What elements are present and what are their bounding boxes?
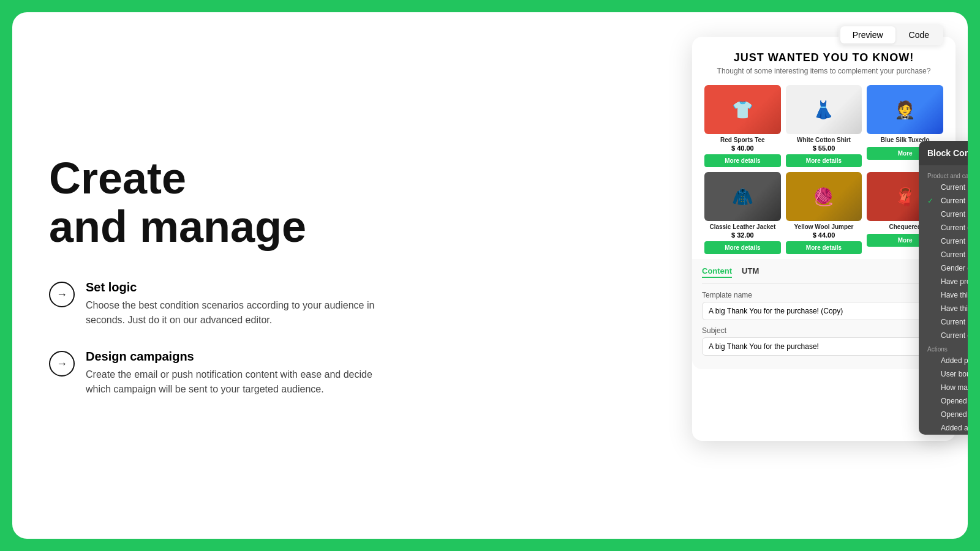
email-header: JUST WANTED YOU TO KNOW! Thought of some… bbox=[704, 51, 943, 75]
template-name-label: Template name bbox=[702, 291, 946, 299]
bc-item-how-many-times-purchased-during-selected-period[interactable]: How many times purchased during the sele… bbox=[919, 381, 968, 394]
product-card-red-sports-tee: 👕 Red Sports Tee $ 40.00 More details bbox=[704, 85, 781, 167]
design-campaigns-icon: → bbox=[49, 351, 75, 377]
product-price-classic-leather-jacket: $ 32.00 bbox=[731, 231, 754, 239]
tab-content[interactable]: Content bbox=[702, 266, 732, 278]
product-image-white-cotton-shirt: 👗 bbox=[786, 85, 862, 134]
email-bottom-form: Content UTM Template name Subject bbox=[692, 259, 956, 369]
left-panel: Create and manage → Set logic Choose the… bbox=[12, 12, 429, 539]
block-condition-title: Block Condition bbox=[927, 148, 968, 158]
product-name-white-cotton-shirt: White Cotton Shirt bbox=[797, 137, 851, 143]
product-name-classic-leather-jacket: Classic Leather Jacket bbox=[709, 223, 775, 230]
email-content: JUST WANTED YOU TO KNOW! Thought of some… bbox=[692, 37, 956, 254]
bc-item-added-a-product-from-categories-to-the-cart[interactable]: Added a product from categories to the c… bbox=[919, 421, 968, 435]
bc-item-current-product-already-in-cart[interactable]: ✓Current product already in the cart? bbox=[919, 194, 968, 208]
bottom-tabs: Content UTM bbox=[702, 266, 946, 283]
feature-list: → Set logic Choose the best condition sc… bbox=[49, 280, 392, 397]
design-campaigns-desc: Create the email or push notification co… bbox=[86, 367, 380, 397]
bc-item-current-product-id[interactable]: Current product ID bbox=[919, 208, 968, 221]
bc-item-user-bought-something-within-the-period[interactable]: User bought something within the period … bbox=[919, 367, 968, 381]
btn-more-details-classic-leather-jacket[interactable]: More details bbox=[704, 241, 781, 254]
set-logic-title: Set logic bbox=[86, 280, 380, 294]
product-image-red-sports-tee: 👕 bbox=[704, 85, 781, 134]
product-price-yellow-wool-jumper: $ 44.00 bbox=[813, 231, 835, 239]
feature-item-design-campaigns: → Design campaigns Create the email or p… bbox=[49, 350, 392, 397]
template-name-field: Template name bbox=[702, 291, 946, 320]
product-grid-row1: 👕 Red Sports Tee $ 40.00 More details 👗 … bbox=[704, 85, 943, 167]
bc-item-opened-a-product-out-of-stock[interactable]: Opened a product "out of stock" bbox=[919, 394, 968, 408]
product-card-yellow-wool-jumper: 🧶 Yellow Wool Jumper $ 44.00 More detail… bbox=[786, 172, 862, 254]
design-campaigns-title: Design campaigns bbox=[86, 350, 380, 364]
product-image-classic-leather-jacket: 🧥 bbox=[704, 172, 781, 221]
bc-item-current-cost-of-items-in-the-cart[interactable]: Current cost of items in the cart bbox=[919, 329, 968, 342]
product-name-chequered: Chequered bbox=[889, 223, 921, 230]
subject-label: Subject bbox=[702, 326, 946, 335]
bc-item-current-product-is-available[interactable]: Current product is available bbox=[919, 248, 968, 261]
set-logic-icon: → bbox=[49, 282, 75, 307]
bc-section-product-and-category: Product and category bbox=[919, 169, 968, 181]
email-header-subtitle: Thought of some interesting items to com… bbox=[704, 67, 943, 75]
preview-code-tabs: Preview Code bbox=[839, 24, 943, 45]
bc-item-current-product-from-category[interactable]: Current product from category bbox=[919, 234, 968, 248]
btn-more-details-yellow-wool-jumper[interactable]: More details bbox=[786, 241, 862, 254]
subject-field: Subject bbox=[702, 326, 946, 356]
set-logic-desc: Choose the best condition scenarios acco… bbox=[86, 298, 380, 328]
subject-input[interactable] bbox=[702, 337, 946, 356]
email-preview-card: Preview Code JUST WANTED YOU TO KNOW! Th… bbox=[692, 37, 956, 441]
product-card-white-cotton-shirt: 👗 White Cotton Shirt $ 55.00 More detail… bbox=[786, 85, 862, 167]
product-grid-row2: 🧥 Classic Leather Jacket $ 32.00 More de… bbox=[704, 172, 943, 254]
product-image-blue-silk-tuxedo: 🤵 bbox=[867, 85, 943, 134]
template-name-input[interactable] bbox=[702, 302, 946, 320]
bc-item-have-this-product-in-the-cart[interactable]: Have this product in the cart bbox=[919, 302, 968, 315]
product-card-classic-leather-jacket: 🧥 Classic Leather Jacket $ 32.00 More de… bbox=[704, 172, 781, 254]
block-condition-body[interactable]: Product and category Current product's p… bbox=[919, 165, 968, 435]
email-header-title: JUST WANTED YOU TO KNOW! bbox=[704, 51, 943, 64]
bc-item-opened-a-product-from-the-categories[interactable]: Opened a product from the categories bbox=[919, 408, 968, 421]
bc-section-actions: Actions bbox=[919, 342, 968, 354]
tab-utm[interactable]: UTM bbox=[742, 266, 759, 278]
btn-more-details-red-sports-tee[interactable]: More details bbox=[704, 154, 781, 167]
product-name-yellow-wool-jumper: Yellow Wool Jumper bbox=[794, 223, 853, 230]
hero-title: Create and manage bbox=[49, 154, 392, 251]
bc-item-have-products-in-cart-from-category[interactable]: Have products in the cart from category bbox=[919, 275, 968, 288]
bc-item-current-category-is[interactable]: Current category is bbox=[919, 221, 968, 234]
feature-item-set-logic: → Set logic Choose the best condition sc… bbox=[49, 280, 392, 328]
bc-item-current-products-price[interactable]: Current product's price bbox=[919, 181, 968, 194]
product-image-yellow-wool-jumper: 🧶 bbox=[786, 172, 862, 221]
product-name-red-sports-tee: Red Sports Tee bbox=[720, 137, 765, 143]
bc-item-gender-of-current-product[interactable]: Gender of current product bbox=[919, 261, 968, 275]
product-price-red-sports-tee: $ 40.00 bbox=[731, 144, 754, 152]
main-card: Create and manage → Set logic Choose the… bbox=[12, 12, 968, 539]
btn-more-details-white-cotton-shirt[interactable]: More details bbox=[786, 154, 862, 167]
product-price-white-cotton-shirt: $ 55.00 bbox=[813, 144, 835, 152]
right-panel: Preview Code JUST WANTED YOU TO KNOW! Th… bbox=[429, 12, 968, 539]
block-condition-overlay: Block Condition Ok Product and category … bbox=[919, 141, 968, 435]
tab-preview[interactable]: Preview bbox=[840, 26, 895, 43]
bc-item-have-this-cart-from-current-category[interactable]: Have this cart from current category bbox=[919, 288, 968, 302]
bc-item-current-product-has-the-parameter[interactable]: Current product has the parameter bbox=[919, 315, 968, 329]
bc-item-added-product-to-cart[interactable]: Added product to cart? bbox=[919, 354, 968, 367]
tab-code[interactable]: Code bbox=[897, 26, 941, 43]
block-condition-header: Block Condition Ok bbox=[919, 141, 968, 165]
